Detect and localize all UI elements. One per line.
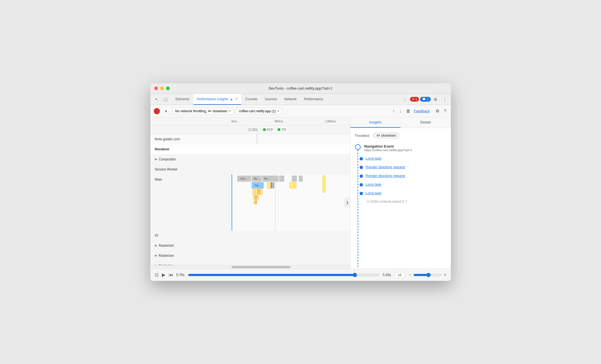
scrollbar-thumb[interactable] <box>232 266 290 268</box>
bullet-1 <box>360 157 363 160</box>
zoom-in-button[interactable]: + <box>444 272 446 277</box>
feedback-link[interactable]: Feedback <box>414 109 430 113</box>
more-options-icon[interactable]: ⋮ <box>441 95 449 103</box>
render-block-1-link[interactable]: Render blocking request <box>366 165 405 169</box>
row-service-worker: Service Worker <box>150 164 350 174</box>
more-tabs-button[interactable]: ⋮ <box>401 95 409 103</box>
bullet-4 <box>360 183 363 186</box>
task-y-right-1[interactable] <box>290 182 293 188</box>
task-run-2[interactable]: Ru... <box>252 176 262 182</box>
settings-icon[interactable]: ⚙ <box>432 95 440 103</box>
download-icon[interactable]: ↓ <box>398 108 403 115</box>
task-par[interactable]: Par... <box>252 182 264 188</box>
tab-sources[interactable]: Sources <box>261 94 280 105</box>
delete-icon[interactable]: 🗑 <box>405 108 412 115</box>
close-tab-icon[interactable]: ✕ <box>235 97 238 101</box>
ruler-0ms: 0ms <box>232 120 237 123</box>
task-y-6[interactable] <box>254 200 255 204</box>
row-fonts-canvas <box>232 134 350 144</box>
task-y-4[interactable] <box>253 195 255 200</box>
record-button[interactable] <box>154 108 160 114</box>
horizontal-scrollbar[interactable] <box>150 265 350 269</box>
zoom-slider[interactable] <box>413 273 441 277</box>
render-block-2-link[interactable]: Render blocking request <box>366 174 405 178</box>
insight-item-long-task-3: Long task <box>364 191 446 195</box>
nav-event: Navigation Event https://coffee-cart.net… <box>364 144 446 152</box>
row-rasterizer-1-label: ▶ Rasterizer <box>150 241 232 251</box>
upload-icon[interactable]: ↑ <box>392 108 396 115</box>
bullet-5 <box>360 192 363 195</box>
row-renderer-label: Renderer <box>150 144 232 154</box>
long-task-1-link[interactable]: Long task <box>366 156 381 160</box>
tab-performance[interactable]: Performance <box>300 94 327 105</box>
window-title: DevTools - coffee-cart.netlify.app/?ad=1 <box>269 86 332 90</box>
task-o-1[interactable] <box>258 189 260 195</box>
row-main-canvas: Run... Ru... Ru... Par... <box>232 174 350 230</box>
inspect-icon[interactable]: ⬜ <box>162 95 169 103</box>
error-icon: ✕ <box>412 97 414 101</box>
maximize-button[interactable] <box>166 87 170 90</box>
tab-console[interactable]: Console <box>242 94 261 105</box>
row-compositor-canvas <box>232 154 350 164</box>
task-small-2[interactable] <box>279 176 284 182</box>
speed-badge[interactable]: x1 <box>394 272 405 278</box>
task-y-2[interactable] <box>255 189 257 195</box>
task-y-1[interactable] <box>253 189 255 195</box>
page-select-dropdown[interactable]: coffee-cart.netlify.app (1) ▾ <box>236 108 282 115</box>
tab-insights[interactable]: Insights <box>350 117 401 128</box>
zoom-out-button[interactable]: − <box>409 272 411 277</box>
close-button[interactable] <box>154 87 158 90</box>
play-button[interactable]: ▶ <box>162 272 165 277</box>
task-far-right[interactable] <box>323 176 325 192</box>
task-green[interactable] <box>273 182 274 188</box>
task-purple[interactable] <box>271 182 272 188</box>
bullet-2 <box>360 166 363 169</box>
cursor-icon[interactable]: ↖ <box>153 95 160 103</box>
record-dropdown-icon[interactable]: ▾ <box>162 107 170 115</box>
tab-performance-insights[interactable]: Performance insights ▲ ✕ <box>194 94 241 105</box>
expand-arrow[interactable]: ❯ <box>344 197 350 207</box>
task-o-2[interactable] <box>255 195 257 200</box>
task-y-right-2[interactable] <box>294 182 296 188</box>
ruler-1600ms: 1,600ms <box>325 120 336 123</box>
insight-items-column: Navigation Event https://coffee-cart.net… <box>364 144 446 269</box>
devtools-window: DevTools - coffee-cart.netlify.app/?ad=1… <box>150 83 451 281</box>
long-task-2-link[interactable]: Long task <box>366 182 381 186</box>
help-icon[interactable]: ? <box>443 108 448 115</box>
tab-network[interactable]: Network <box>281 94 300 105</box>
screenshot-toggle-button[interactable]: ⊡ <box>155 272 159 277</box>
row-compositor-label: ▶ Compositor <box>150 154 232 164</box>
task-run-1[interactable]: Run... <box>237 176 251 182</box>
tab-bar: ↖ ⬜ Elements Performance insights ▲ ✕ Co… <box>150 94 451 105</box>
tab-bar-right: ⋮ ✕ 1 💬 1 ⚙ ⋮ <box>401 94 448 105</box>
dom-loaded-partial: ⊙ DOM contentLoaded 0.7... <box>367 200 410 204</box>
task-gray-right-1[interactable] <box>292 176 297 182</box>
gear-icon[interactable]: ⚙ <box>434 107 441 115</box>
task-gray-mid[interactable] <box>269 176 274 182</box>
tab-elements[interactable]: Elements <box>172 94 193 105</box>
bullet-3 <box>360 174 363 178</box>
fcp-label: FCP <box>267 128 273 131</box>
timeline-cursor-line <box>257 134 257 144</box>
task-y-5[interactable] <box>257 195 259 200</box>
long-task-3-link[interactable]: Long task <box>366 191 381 195</box>
insight-item-render-block-2: Render blocking request <box>364 174 446 178</box>
skip-back-button[interactable]: ⏮ <box>169 272 173 277</box>
task-gray-right-2[interactable] <box>299 176 303 182</box>
tab-details[interactable]: Details <box>400 117 451 128</box>
fcp-dot <box>263 128 266 131</box>
row-renderer: Renderer <box>150 144 350 154</box>
task-o-3[interactable] <box>255 200 257 204</box>
playback-slider[interactable] <box>188 273 379 277</box>
row-rasterizer-1: ▶ Rasterizer <box>150 241 350 251</box>
minimize-button[interactable] <box>160 87 164 90</box>
zoom-section: − + <box>409 272 446 277</box>
row-io-label: IO <box>150 230 232 241</box>
info-badge: 💬 1 <box>420 97 430 102</box>
dcl-dot <box>248 128 251 131</box>
task-y-3[interactable] <box>260 189 262 195</box>
row-rasterizer-1-canvas <box>232 241 350 250</box>
network-throttle-dropdown[interactable]: No network throttling, 4× slowdown ▾ <box>172 108 234 115</box>
timeline-area: 0ms 800ms 1,600ms DCL FCP TTI <box>150 117 350 269</box>
task-y-mid-1[interactable] <box>267 182 271 188</box>
